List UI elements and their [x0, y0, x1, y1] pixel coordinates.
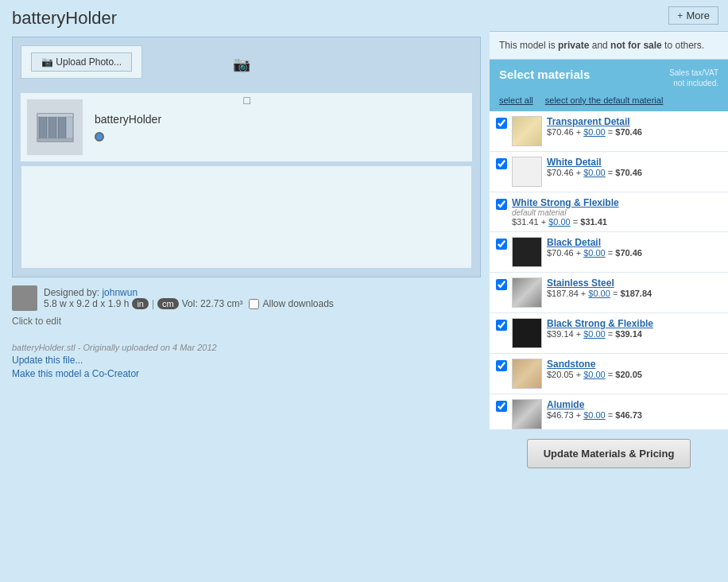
material-name-7[interactable]: Sandstone — [547, 359, 722, 370]
material-price-2: $70.46 + $0.00 = $70.46 — [547, 168, 722, 177]
material-details-3: White Strong & Flexibledefault material$… — [512, 197, 722, 227]
material-item: White Strong & Flexibledefault material$… — [490, 192, 728, 232]
material-name-6[interactable]: Black Strong & Flexible — [547, 318, 722, 329]
material-price-1: $70.46 + $0.00 = $70.46 — [547, 127, 722, 137]
unit-in-badge[interactable]: in — [132, 298, 149, 309]
select-only-default-link[interactable]: select only the default material — [545, 95, 664, 105]
default-material-badge: default material — [512, 208, 722, 217]
material-details-7: Sandstone$20.05 + $0.00 = $20.05 — [547, 359, 722, 379]
select-links: select all select only the default mater… — [490, 92, 728, 111]
material-item: Black Detail$70.46 + $0.00 = $70.46 — [490, 232, 728, 273]
svg-rect-1 — [39, 115, 47, 140]
designer-link[interactable]: johnwun — [102, 287, 137, 298]
designer-info: Designed by: johnwun — [44, 287, 334, 298]
expand-icon-sidebar[interactable]: □ — [244, 94, 250, 107]
camera-icon-sidebar[interactable]: 📷 — [233, 56, 250, 73]
model-thumbnail — [27, 99, 83, 155]
material-details-6: Black Strong & Flexible$39.14 + $0.00 = … — [547, 318, 722, 339]
select-all-link[interactable]: select all — [499, 95, 533, 105]
sales-tax-note: Sales tax/VATnot included. — [669, 68, 718, 88]
material-name-3[interactable]: White Strong & Flexible — [512, 197, 722, 208]
designer-row: Designed by: johnwun 5.8 w x 9.2 d x 1.9… — [12, 285, 481, 311]
material-checkbox-1[interactable] — [496, 118, 507, 129]
material-item: White Detail$70.46 + $0.00 = $70.46 — [490, 152, 728, 192]
material-checkbox-4[interactable] — [496, 239, 507, 250]
material-price-6: $39.14 + $0.00 = $39.14 — [547, 329, 722, 339]
click-to-edit[interactable]: Click to edit — [12, 316, 481, 327]
material-details-5: Stainless Steel$187.84 + $0.00 = $187.84 — [547, 277, 722, 298]
top-right-bar: + More — [490, 0, 728, 32]
file-info: batteryHolder.stl - Originally uploaded … — [12, 343, 481, 352]
material-thumbnail-1 — [512, 116, 542, 146]
select-materials-panel: Select materials Sales tax/VATnot includ… — [490, 60, 728, 429]
upload-photo-button[interactable]: 📷 Upload Photo... — [31, 52, 132, 72]
update-materials-pricing-button[interactable]: Update Materials & Pricing — [527, 439, 691, 468]
material-name-5[interactable]: Stainless Steel — [547, 277, 722, 289]
material-thumbnail-5 — [512, 277, 542, 308]
material-item: Stainless Steel$187.84 + $0.00 = $187.84 — [490, 273, 728, 313]
material-name-2[interactable]: White Detail — [547, 157, 722, 168]
material-item: Alumide$46.73 + $0.00 = $46.73 — [490, 394, 728, 429]
right-panel: + More This model is private and not for… — [490, 0, 728, 478]
material-name-8[interactable]: Alumide — [547, 399, 722, 410]
material-thumbnail-2 — [512, 157, 542, 187]
private-notice: This model is private and not for sale t… — [490, 32, 728, 60]
material-details-4: Black Detail$70.46 + $0.00 = $70.46 — [547, 237, 722, 258]
designer-avatar — [12, 285, 37, 311]
material-price-3: $31.41 + $0.00 = $31.41 — [512, 217, 722, 227]
page-title: batteryHolder — [12, 8, 481, 29]
model-radio-dot[interactable] — [95, 132, 104, 142]
material-name-4[interactable]: Black Detail — [547, 237, 722, 248]
empty-preview-area — [21, 165, 472, 269]
upload-btn-container[interactable]: 📷 Upload Photo... — [21, 45, 142, 79]
model-3d-image — [29, 102, 81, 153]
material-thumbnail-7 — [512, 359, 542, 389]
material-item: Transparent Detail$70.46 + $0.00 = $70.4… — [490, 111, 728, 152]
material-price-8: $46.73 + $0.00 = $46.73 — [547, 410, 722, 420]
material-checkbox-3[interactable] — [496, 199, 507, 210]
update-file-link[interactable]: Update this file... — [12, 355, 481, 366]
update-btn-container: Update Materials & Pricing — [490, 429, 728, 478]
material-thumbnail-4 — [512, 237, 542, 267]
dimensions-row: 5.8 w x 9.2 d x 1.9 h in | cm Vol: 22.73… — [44, 298, 334, 309]
select-materials-title: Select materials — [499, 68, 590, 81]
material-checkbox-7[interactable] — [496, 360, 507, 371]
material-checkbox-8[interactable] — [496, 401, 507, 412]
material-item: Black Strong & Flexible$39.14 + $0.00 = … — [490, 313, 728, 354]
more-button[interactable]: + More — [668, 6, 718, 25]
material-price-5: $187.84 + $0.00 = $187.84 — [547, 289, 722, 298]
material-checkbox-2[interactable] — [496, 158, 507, 169]
material-checkbox-6[interactable] — [496, 320, 507, 331]
svg-rect-5 — [37, 138, 73, 142]
model-name-label: batteryHolder — [95, 113, 161, 126]
material-item: Sandstone$20.05 + $0.00 = $20.05 — [490, 354, 728, 394]
material-price-7: $20.05 + $0.00 = $20.05 — [547, 370, 722, 379]
material-details-8: Alumide$46.73 + $0.00 = $46.73 — [547, 399, 722, 420]
materials-list: Transparent Detail$70.46 + $0.00 = $70.4… — [490, 111, 728, 429]
material-details-2: White Detail$70.46 + $0.00 = $70.46 — [547, 157, 722, 177]
unit-cm-badge[interactable]: cm — [157, 298, 179, 309]
left-panel: batteryHolder 📷 Upload Photo... — [0, 0, 493, 387]
material-details-1: Transparent Detail$70.46 + $0.00 = $70.4… — [547, 116, 722, 137]
plus-icon: + — [677, 10, 683, 21]
material-name-1[interactable]: Transparent Detail — [547, 116, 722, 127]
camera-icon: 📷 — [41, 56, 53, 68]
material-thumbnail-6 — [512, 318, 542, 348]
file-links: Update this file... Make this model a Co… — [12, 355, 481, 379]
material-thumbnail-8 — [512, 399, 542, 429]
select-materials-header: Select materials Sales tax/VATnot includ… — [490, 60, 728, 92]
cocreator-link[interactable]: Make this model a Co-Creator — [12, 368, 481, 379]
svg-rect-2 — [48, 115, 56, 140]
svg-rect-4 — [37, 114, 73, 117]
material-checkbox-5[interactable] — [496, 279, 507, 290]
svg-rect-3 — [58, 115, 66, 140]
material-price-4: $70.46 + $0.00 = $70.46 — [547, 248, 722, 258]
allow-downloads-checkbox[interactable] — [249, 299, 259, 309]
